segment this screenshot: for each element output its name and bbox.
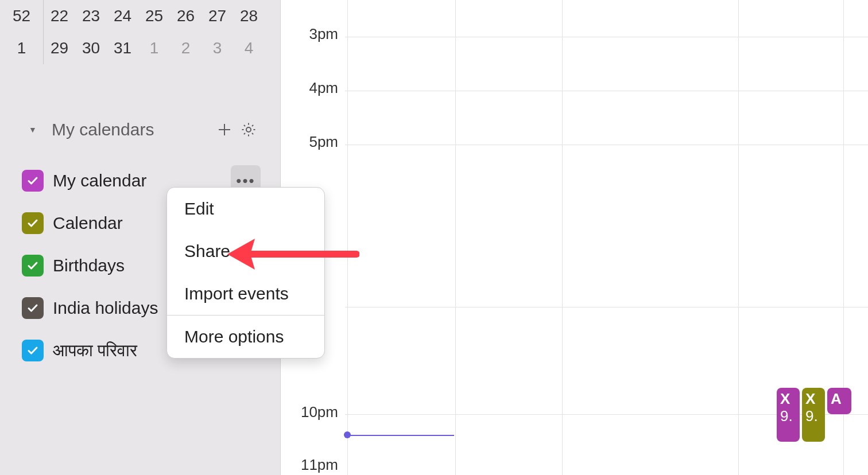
- mini-calendar-week: 1: [0, 32, 44, 64]
- calendar-event[interactable]: A: [827, 388, 851, 414]
- grid-row: [345, 145, 868, 145]
- mini-calendar-day[interactable]: 24: [107, 0, 138, 32]
- calendar-event[interactable]: X9.: [777, 388, 800, 442]
- calendar-settings-button[interactable]: [237, 118, 261, 142]
- context-menu-import-events[interactable]: Import events: [167, 272, 324, 315]
- mini-calendar-day[interactable]: 29: [44, 32, 75, 64]
- time-label: 5pm: [309, 133, 338, 151]
- time-label: 10pm: [301, 403, 338, 421]
- calendar-checkbox[interactable]: [22, 297, 44, 319]
- grid-row: [345, 307, 868, 307]
- event-title: X: [780, 390, 796, 407]
- current-time-dot: [344, 431, 351, 438]
- mini-calendar-day[interactable]: 25: [138, 0, 170, 32]
- context-menu-share[interactable]: Share: [167, 230, 324, 272]
- mini-calendar-day[interactable]: 1: [138, 32, 170, 64]
- my-calendars-title: My calendars: [52, 120, 212, 139]
- grid-column: [455, 0, 456, 475]
- app-root: 52 22 23 24 25 26 27 28 1 29 30 31 1 2 3…: [0, 0, 868, 475]
- mini-calendar-row: 52 22 23 24 25 26 27 28: [0, 0, 280, 32]
- mini-calendar-day[interactable]: 2: [170, 32, 202, 64]
- mini-calendar-row: 1 29 30 31 1 2 3 4: [0, 32, 280, 64]
- my-calendars-header: ▼ My calendars: [0, 116, 280, 143]
- current-time-line: [345, 435, 454, 436]
- mini-calendar-week: 52: [0, 0, 44, 32]
- mini-calendar-day[interactable]: 28: [233, 0, 265, 32]
- calendar-checkbox[interactable]: [22, 255, 44, 277]
- grid-column: [347, 0, 348, 475]
- add-calendar-button[interactable]: [212, 118, 237, 142]
- context-menu-edit[interactable]: Edit: [167, 188, 324, 230]
- svg-point-0: [246, 127, 251, 132]
- mini-calendar-day[interactable]: 27: [202, 0, 233, 32]
- time-label: 11pm: [301, 456, 338, 474]
- event-time: 9.: [805, 407, 822, 425]
- mini-calendar-day[interactable]: 23: [75, 0, 107, 32]
- calendar-checkbox[interactable]: [22, 212, 44, 234]
- mini-calendar-day[interactable]: 30: [75, 32, 107, 64]
- grid-row: [345, 37, 868, 37]
- calendar-context-menu: Edit Share Import events More options: [166, 187, 325, 359]
- event-time: 9.: [780, 407, 796, 425]
- time-label: 4pm: [309, 79, 338, 97]
- mini-calendar-day[interactable]: 22: [44, 0, 75, 32]
- context-menu-more-options[interactable]: More options: [167, 316, 324, 358]
- grid-column: [738, 0, 739, 475]
- event-title: X: [805, 390, 822, 407]
- chevron-down-icon[interactable]: ▼: [29, 125, 41, 134]
- mini-calendar-day[interactable]: 4: [233, 32, 265, 64]
- mini-calendar-day[interactable]: 3: [202, 32, 233, 64]
- calendar-checkbox[interactable]: [22, 170, 44, 192]
- calendar-grid[interactable]: 3pm4pm5pm10pm11pm X9.X9.A: [280, 0, 868, 475]
- grid-column: [562, 0, 563, 475]
- time-label: 3pm: [309, 25, 338, 43]
- grid-row: [345, 91, 868, 91]
- calendar-event[interactable]: X9.: [802, 388, 825, 442]
- mini-calendar-day[interactable]: 31: [107, 32, 138, 64]
- event-title: A: [831, 390, 848, 407]
- calendar-checkbox[interactable]: [22, 340, 44, 361]
- mini-calendar-day[interactable]: 26: [170, 0, 202, 32]
